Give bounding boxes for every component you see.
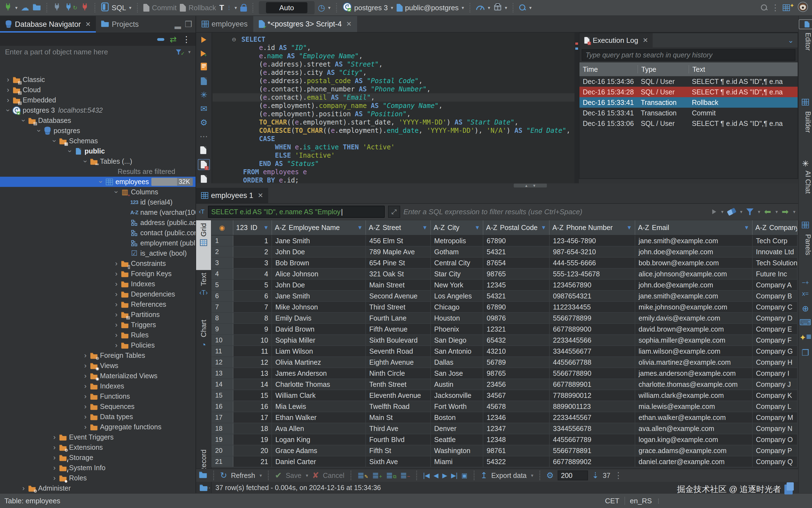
tab-script4[interactable]: ✔ *<postgres 3> Script-4 ✕ <box>253 16 357 32</box>
cell[interactable]: 45678 <box>483 401 550 412</box>
export-data-button[interactable]: Export data <box>491 472 527 479</box>
cell[interactable]: david.brown@example.com <box>635 324 753 334</box>
tree-item[interactable]: ›Event Triggers <box>0 432 196 442</box>
tree-item[interactable]: ›▦Schemas <box>0 136 196 146</box>
cell[interactable]: 17 <box>233 412 272 423</box>
cell[interactable]: 3344556677 <box>550 346 635 356</box>
tree-item[interactable]: ›◉Views <box>0 361 196 371</box>
apply-filter-icon[interactable] <box>712 209 716 214</box>
builder-icon[interactable] <box>799 99 812 105</box>
chevron-icon[interactable]: › <box>113 269 119 278</box>
cell[interactable]: Company N <box>753 423 798 434</box>
cell[interactable]: David Brown <box>272 324 366 334</box>
cell[interactable]: Company L <box>753 401 798 412</box>
row-number[interactable]: 3 <box>211 258 233 268</box>
cell[interactable]: 54321 <box>483 291 550 301</box>
chevron-icon[interactable]: › <box>82 423 88 431</box>
row-number[interactable]: 16 <box>211 401 233 412</box>
chevron-icon[interactable]: › <box>81 159 90 165</box>
cell[interactable]: mike.johnson@example.com <box>635 302 753 312</box>
row-number[interactable]: 9 <box>211 324 233 334</box>
maximize-icon[interactable]: ❒ <box>185 20 192 29</box>
cell[interactable]: 987-654-3210 <box>550 247 635 257</box>
cell[interactable]: Chicago <box>431 302 483 312</box>
cell[interactable]: New York <box>431 280 483 290</box>
chevron-icon[interactable]: › <box>5 75 11 84</box>
cell[interactable]: 789 Maple Ave <box>366 247 431 257</box>
cell[interactable]: jane.smith@example.com <box>635 236 753 246</box>
tree-item[interactable]: Results are filtered <box>0 167 196 177</box>
global-search-icon[interactable] <box>761 4 768 11</box>
cell[interactable]: Boston <box>431 412 483 423</box>
cell[interactable]: Company M <box>753 412 798 423</box>
cell[interactable]: john.doe@example.com <box>635 247 753 257</box>
tab-employees-editor[interactable]: employees <box>196 16 253 32</box>
performance-dropdown[interactable]: ▾ <box>476 3 490 13</box>
cell[interactable]: 8 <box>233 313 272 323</box>
chevron-icon[interactable]: › <box>66 148 74 154</box>
first-row-icon[interactable]: |◀ <box>423 472 430 479</box>
openai-icon[interactable]: ✳ <box>799 160 812 168</box>
value-viewer-icon[interactable]: −+ <box>799 280 812 286</box>
cell[interactable]: 21 <box>233 456 272 467</box>
filter-history-dropdown[interactable]: ▾ <box>721 209 724 215</box>
table-row[interactable]: 2020Grace AdamsFifth StWashington9876155… <box>211 445 798 456</box>
table-row[interactable]: 1111Liam WilsonSeventh RoadSan Antonio43… <box>211 346 798 357</box>
cell[interactable]: Olivia Martinez <box>272 357 366 368</box>
tree-item[interactable]: ›☻Roles <box>0 473 196 483</box>
cell[interactable]: 5 <box>233 280 272 290</box>
row-number[interactable]: 1 <box>211 236 233 246</box>
cell[interactable]: 16 <box>233 401 272 412</box>
cell[interactable]: Logan King <box>272 434 366 445</box>
cell[interactable]: Main St <box>366 412 431 423</box>
tree-item[interactable]: ›public <box>0 146 196 156</box>
settings-gear-icon[interactable]: ⚙ <box>198 118 209 128</box>
cell[interactable]: 5566778890 <box>550 368 635 379</box>
row-number[interactable]: 17 <box>211 412 233 423</box>
ai-assist-icon[interactable]: ✳ <box>198 90 209 100</box>
cell[interactable]: Company K <box>753 390 798 400</box>
tree-item[interactable]: ›⚙Extensions <box>0 442 196 453</box>
cell[interactable]: Company P <box>753 445 798 456</box>
column-header-city[interactable]: A-ZCity▼ <box>431 220 483 235</box>
next-row-icon[interactable]: ▶ <box>442 472 447 479</box>
cell[interactable]: 87654 <box>483 258 550 268</box>
cell[interactable]: Fifth St <box>366 445 431 456</box>
table-row[interactable]: 99David BrownFifth AvenuePhoenix12321667… <box>211 324 798 335</box>
tree-item[interactable]: ›Sequences <box>0 401 196 412</box>
cell[interactable]: 54321 <box>483 247 550 257</box>
execute-new-tab-icon[interactable]: + <box>198 49 209 58</box>
chevron-icon[interactable]: › <box>113 310 119 319</box>
cell[interactable]: Main Street <box>366 280 431 290</box>
chevron-icon[interactable]: › <box>21 484 27 493</box>
chevron-icon[interactable]: › <box>113 280 119 288</box>
cell[interactable]: 4455667789 <box>550 434 635 445</box>
sql-editor-button[interactable]: SQL▾ <box>101 2 131 13</box>
view-menu-icon[interactable]: ⋮ <box>182 35 191 44</box>
cell[interactable]: Third Street <box>366 302 431 312</box>
tree-item[interactable]: ›postgres 3localhost:5432 <box>0 105 196 115</box>
horizontal-splitter[interactable]: ▲▼ <box>196 183 798 188</box>
tree-item[interactable]: ☑is_active (bool) <box>0 248 196 258</box>
cell[interactable]: 09876 <box>483 313 550 323</box>
cell[interactable]: Seattle <box>431 434 483 445</box>
more-actions-icon[interactable]: ⋯ <box>198 131 209 141</box>
cell[interactable]: San Antonio <box>431 346 483 356</box>
table-row[interactable]: 1515William ClarkEleventh AvenueJacksonv… <box>211 390 798 401</box>
cell[interactable]: 14 <box>233 379 272 389</box>
cell[interactable]: 456 Elm St <box>366 236 431 246</box>
dbeaver-logo[interactable] <box>798 2 808 14</box>
save-to-folder-icon[interactable] <box>199 471 207 480</box>
cell[interactable]: 65432 <box>483 335 550 345</box>
cell[interactable]: 43210 <box>483 346 550 356</box>
link-editor-icon[interactable]: ⇄ <box>170 35 177 44</box>
tree-item[interactable]: ›Policies <box>0 340 196 350</box>
table-row[interactable]: 22John Doe789 Maple AveGotham54321987-65… <box>211 247 798 258</box>
chevron-icon[interactable]: › <box>113 321 119 329</box>
cell[interactable]: 9 <box>233 324 272 334</box>
collapse-chevron-icon[interactable]: ⌄ <box>788 36 794 45</box>
cell[interactable]: 6677889901 <box>550 379 635 389</box>
metadata-icon[interactable]: ✦▦ <box>799 334 812 342</box>
cell[interactable]: Gotham <box>431 247 483 257</box>
cell[interactable]: daniel.carter@example.com <box>635 456 753 467</box>
